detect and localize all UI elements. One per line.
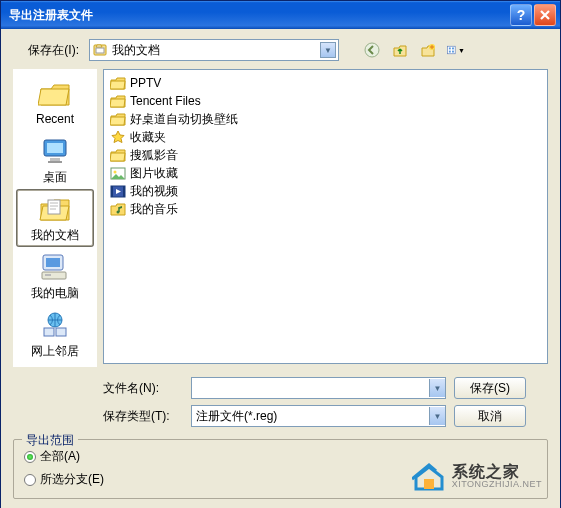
mydocs-icon (92, 42, 108, 58)
close-button[interactable] (534, 4, 556, 26)
svg-rect-4 (448, 46, 456, 54)
places-desktop[interactable]: 桌面 (17, 132, 93, 188)
folder-icon (110, 93, 126, 109)
file-name: Tencent Files (130, 94, 201, 108)
radio-icon (24, 451, 36, 463)
help-button[interactable]: ? (510, 4, 532, 26)
pictures-icon (110, 165, 126, 181)
up-one-level-icon[interactable] (391, 41, 409, 59)
network-icon (37, 309, 73, 341)
export-range-legend: 导出范围 (22, 432, 78, 449)
svg-rect-12 (48, 161, 62, 163)
places-mycomputer-label: 我的电脑 (31, 285, 79, 302)
list-item[interactable]: 我的音乐 (110, 200, 541, 218)
places-recent-label: Recent (36, 112, 74, 126)
chevron-down-icon[interactable]: ▼ (320, 42, 336, 58)
radio-icon (24, 474, 36, 486)
file-name: 好桌道自动切换壁纸 (130, 111, 238, 128)
desktop-icon (37, 135, 73, 167)
places-bar: Recent 桌面 我的文档 (13, 69, 97, 367)
save-in-dropdown[interactable]: 我的文档 ▼ (89, 39, 339, 61)
mydocs-icon (37, 193, 73, 225)
chevron-down-icon[interactable]: ▼ (429, 379, 445, 397)
svg-rect-5 (449, 47, 451, 49)
places-recent[interactable]: Recent (17, 74, 93, 130)
svg-rect-6 (452, 47, 454, 49)
titlebar[interactable]: 导出注册表文件 ? (1, 1, 560, 29)
places-mydocs-label: 我的文档 (31, 227, 79, 244)
svg-rect-20 (56, 328, 66, 336)
filetype-value: 注册文件(*.reg) (192, 408, 429, 425)
cancel-button[interactable]: 取消 (454, 405, 526, 427)
filetype-dropdown[interactable]: 注册文件(*.reg) ▼ (191, 405, 446, 427)
file-name: 图片收藏 (130, 165, 178, 182)
svg-point-2 (365, 43, 379, 57)
filename-input[interactable]: ▼ (191, 377, 446, 399)
svg-rect-11 (50, 158, 60, 161)
svg-rect-10 (47, 143, 63, 153)
filetype-label: 保存类型(T): (103, 408, 183, 425)
export-registry-dialog: 导出注册表文件 ? 保存在(I): 我的文档 ▼ (0, 0, 561, 508)
svg-rect-8 (452, 51, 454, 53)
computer-icon (37, 251, 73, 283)
new-folder-icon[interactable] (419, 41, 437, 59)
radio-selected-branch[interactable]: 所选分支(E) (24, 471, 537, 488)
filename-label: 文件名(N): (103, 380, 183, 397)
file-name: PPTV (130, 76, 161, 90)
svg-point-22 (114, 171, 117, 174)
svg-rect-17 (45, 274, 51, 276)
list-item[interactable]: 收藏夹 (110, 128, 541, 146)
save-in-label: 保存在(I): (13, 42, 83, 59)
places-mycomputer[interactable]: 我的电脑 (17, 248, 93, 304)
list-item[interactable]: 好桌道自动切换壁纸 (110, 110, 541, 128)
chevron-down-icon[interactable]: ▼ (429, 407, 445, 425)
export-range-fieldset: 导出范围 全部(A) 所选分支(E) (13, 439, 548, 499)
window-title: 导出注册表文件 (5, 7, 508, 24)
folder-recent-icon (37, 78, 73, 110)
save-in-text: 我的文档 (112, 42, 320, 59)
folder-icon (110, 75, 126, 91)
svg-rect-24 (111, 186, 113, 197)
back-icon[interactable] (363, 41, 381, 59)
list-item[interactable]: 图片收藏 (110, 164, 541, 182)
file-list[interactable]: PPTV Tencent Files 好桌道自动切换壁纸 收藏夹 搜狐影音 (103, 69, 548, 364)
radio-all[interactable]: 全部(A) (24, 448, 537, 465)
radio-all-label: 全部(A) (40, 448, 80, 465)
svg-rect-1 (96, 48, 104, 53)
view-menu-icon[interactable]: ▼ (447, 41, 465, 59)
file-name: 我的视频 (130, 183, 178, 200)
svg-rect-19 (44, 328, 54, 336)
folder-icon (110, 147, 126, 163)
file-name: 收藏夹 (130, 129, 166, 146)
places-desktop-label: 桌面 (43, 169, 67, 186)
places-network[interactable]: 网上邻居 (17, 306, 93, 362)
file-name: 搜狐影音 (130, 147, 178, 164)
music-icon (110, 201, 126, 217)
places-mydocs[interactable]: 我的文档 (17, 190, 93, 246)
video-icon (110, 183, 126, 199)
svg-point-26 (117, 211, 120, 214)
radio-branch-label: 所选分支(E) (40, 471, 104, 488)
list-item[interactable]: 我的视频 (110, 182, 541, 200)
places-network-label: 网上邻居 (31, 343, 79, 360)
nav-icons: ▼ (363, 41, 465, 59)
star-icon (110, 129, 126, 145)
save-button[interactable]: 保存(S) (454, 377, 526, 399)
list-item[interactable]: Tencent Files (110, 92, 541, 110)
folder-icon (110, 111, 126, 127)
svg-rect-25 (123, 186, 125, 197)
svg-rect-13 (48, 200, 60, 214)
svg-rect-7 (449, 51, 451, 53)
svg-rect-15 (46, 258, 60, 267)
save-in-row: 保存在(I): 我的文档 ▼ ▼ (13, 39, 548, 61)
filename-field[interactable] (192, 378, 429, 398)
list-item[interactable]: 搜狐影音 (110, 146, 541, 164)
file-name: 我的音乐 (130, 201, 178, 218)
list-item[interactable]: PPTV (110, 74, 541, 92)
